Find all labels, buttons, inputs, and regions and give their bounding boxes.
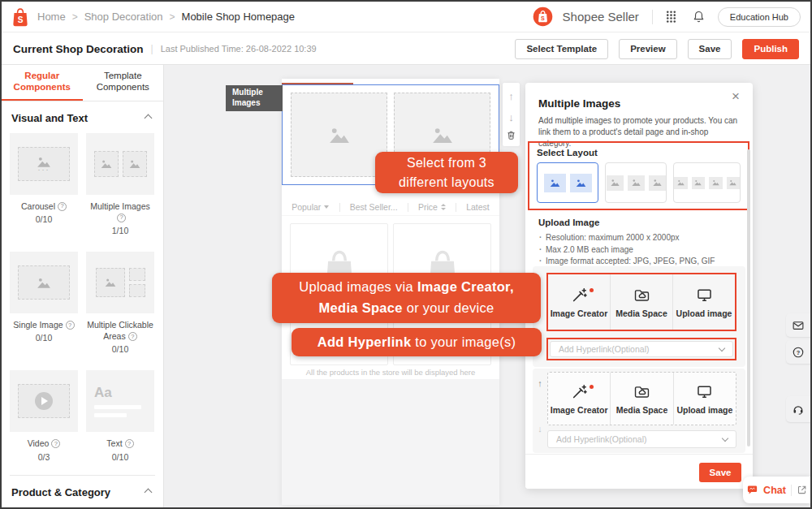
component-count: 0/10	[86, 452, 154, 462]
layout-option-3-images[interactable]	[605, 162, 667, 203]
support-headset-button[interactable]	[786, 396, 810, 422]
save-button[interactable]: Save	[688, 39, 732, 59]
notification-dot	[590, 288, 594, 292]
panel-scrollbar[interactable]	[747, 149, 750, 446]
panel-save-button[interactable]: Save	[699, 463, 741, 482]
page-title: Current Shop Decoration	[13, 43, 144, 55]
media-space-button[interactable]: Media Space	[610, 373, 672, 425]
help-icon[interactable]	[51, 439, 60, 448]
chevron-down-icon	[719, 344, 725, 351]
upload-image-label: Upload Image	[538, 218, 599, 227]
component-count: 1/10	[86, 226, 154, 235]
section-title: Product & Category	[11, 486, 110, 498]
upload-image-button[interactable]: Upload image	[673, 373, 736, 425]
sort-divider	[339, 203, 340, 212]
upload-rules: Resolution: maximum 2000 x 2000px Max 2.…	[538, 232, 741, 268]
select-layout-label: Select Layout	[537, 148, 741, 157]
layout-option-4-images[interactable]	[673, 162, 741, 203]
component-item-text[interactable]: Text 0/10	[86, 370, 154, 461]
magic-wand-icon	[571, 287, 588, 304]
help-icon[interactable]	[125, 439, 134, 448]
products-caption: All the products in the store will be di…	[282, 368, 499, 377]
text-aa-icon	[94, 385, 112, 401]
magic-wand-icon	[571, 383, 588, 400]
image-creator-button[interactable]: Image Creator	[548, 373, 610, 425]
help-icon[interactable]	[128, 332, 137, 341]
component-item-single-image[interactable]: Single Image 0/10	[10, 252, 78, 343]
preview-button[interactable]: Preview	[619, 39, 676, 59]
breadcrumb-home[interactable]: Home	[37, 11, 66, 23]
upload-dropzone: Image Creator Media Space Upload image	[547, 372, 736, 425]
component-item-multiple-images[interactable]: Multiple Images 1/10	[86, 133, 154, 235]
single-image-thumbnail	[10, 252, 78, 313]
callout-select-layouts: Select from 3 different layouts	[375, 152, 518, 193]
component-count: 0/10	[10, 214, 78, 224]
notification-bell-icon[interactable]	[690, 8, 708, 26]
add-hyperlink-select[interactable]: Add Hyperlink(Optional)	[547, 430, 736, 448]
component-item-multiple-clickable-areas[interactable]: Multiple Clickable Areas 0/10	[86, 252, 154, 354]
image-creator-button[interactable]: Image Creator	[548, 274, 610, 330]
component-item-carousel[interactable]: ··· Carousel 0/10	[10, 133, 78, 224]
component-toolbar	[503, 83, 520, 146]
monitor-icon	[696, 287, 713, 304]
components-sidebar: Regular Components Template Components V…	[2, 65, 164, 507]
breadcrumb-shop-decoration[interactable]: Shop Decoration	[84, 11, 163, 23]
layout-option-2-images[interactable]	[537, 162, 598, 203]
component-count: 0/3	[10, 452, 78, 462]
move-image-down-icon[interactable]	[535, 421, 545, 435]
close-icon[interactable]	[732, 91, 743, 102]
publish-button[interactable]: Publish	[742, 39, 799, 59]
last-published-time: Last Published Time: 26-08-2022 10:39	[161, 44, 317, 54]
folder-cloud-icon	[633, 383, 650, 400]
play-icon	[35, 392, 53, 410]
shopee-shop-decoration-screen: Home > Shop Decoration > Mobile Shop Hom…	[0, 0, 812, 509]
chat-label: Chat	[763, 485, 786, 496]
chevron-up-icon	[145, 114, 153, 122]
chat-widget[interactable]: Chat	[743, 477, 810, 503]
tab-template-components[interactable]: Template Components	[83, 65, 164, 101]
help-icon[interactable]	[66, 321, 75, 330]
chevron-up-icon	[145, 488, 153, 496]
select-template-button[interactable]: Select Template	[515, 39, 608, 59]
text-thumbnail	[86, 370, 154, 432]
multiple-images-settings-panel: Multiple Images Add multiple images to p…	[525, 83, 753, 489]
clickable-areas-thumbnail	[86, 252, 154, 313]
sort-divider	[456, 203, 456, 212]
feedback-mail-button[interactable]	[786, 313, 810, 337]
tab-regular-components[interactable]: Regular Components	[2, 65, 83, 101]
sort-divider	[408, 203, 408, 212]
media-space-button[interactable]: Media Space	[610, 274, 672, 330]
headset-icon	[792, 403, 805, 416]
video-thumbnail	[10, 370, 78, 432]
editor-canvas: Popular Best Seller... Price Latest All …	[164, 65, 810, 507]
shopee-logo-icon[interactable]	[11, 7, 29, 27]
product-category-section-header[interactable]: Product & Category	[2, 476, 163, 507]
help-icon[interactable]	[117, 214, 126, 222]
breadcrumb-separator: >	[72, 11, 78, 23]
multiple-images-thumbnail	[86, 133, 154, 195]
move-image-up-icon[interactable]	[535, 375, 545, 390]
shopee-seller-logo-icon[interactable]	[533, 6, 553, 27]
sort-arrows-icon	[441, 204, 446, 210]
callout-upload-images: Upload images via Image Creator, Media S…	[272, 273, 541, 323]
add-hyperlink-select[interactable]: Add Hyperlink(Optional)	[550, 341, 733, 357]
callout-add-hyperlink: Add Hyperlink to your image(s)	[292, 328, 542, 356]
help-center-button[interactable]	[786, 340, 810, 364]
visual-and-text-section-header[interactable]: Visual and Text	[2, 101, 163, 133]
delete-component-icon[interactable]	[506, 130, 516, 140]
component-item-video[interactable]: Video 0/3	[10, 370, 78, 461]
move-up-icon[interactable]	[508, 88, 514, 103]
open-in-new-icon[interactable]	[797, 485, 807, 495]
move-down-icon[interactable]	[508, 110, 514, 124]
brand-name: Shopee Seller	[563, 10, 639, 24]
apps-grid-icon[interactable]	[663, 8, 680, 26]
action-bar: Current Shop Decoration | Last Published…	[2, 33, 810, 65]
topbar: Home > Shop Decoration > Mobile Shop Hom…	[2, 2, 810, 32]
education-hub-button[interactable]: Education Hub	[718, 7, 801, 27]
mail-icon	[792, 319, 805, 332]
carousel-thumbnail: ···	[10, 133, 78, 195]
sidebar-tabs: Regular Components Template Components	[2, 65, 163, 101]
upload-image-button[interactable]: Upload image	[672, 274, 735, 330]
preview-empty-area	[282, 379, 499, 505]
help-icon[interactable]	[58, 202, 67, 211]
